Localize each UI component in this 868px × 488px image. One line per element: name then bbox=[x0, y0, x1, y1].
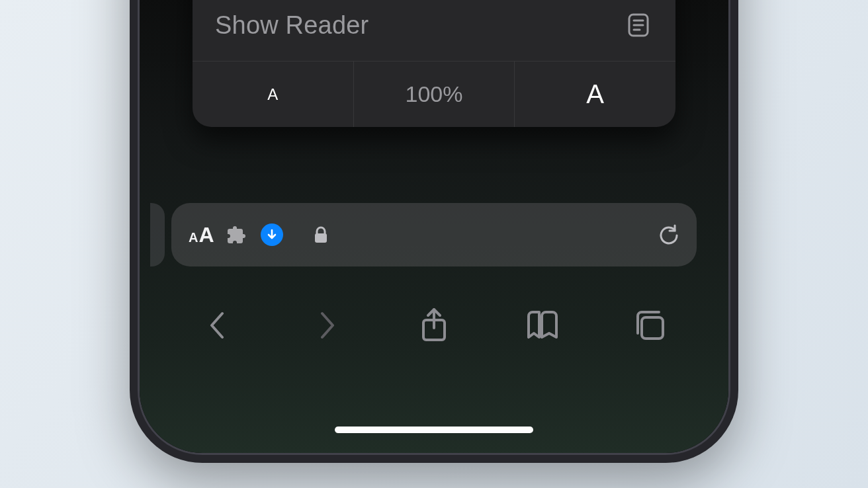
svg-rect-10 bbox=[642, 317, 663, 339]
text-zoom-level[interactable]: 100% bbox=[353, 61, 515, 127]
home-indicator[interactable] bbox=[335, 427, 533, 433]
aa-small-glyph: A bbox=[189, 230, 198, 245]
svg-rect-7 bbox=[315, 233, 327, 243]
text-smaller-button[interactable]: A bbox=[193, 61, 353, 127]
show-reader-label: Show Reader bbox=[215, 11, 369, 40]
reload-icon[interactable] bbox=[657, 224, 679, 246]
text-zoom-value: 100% bbox=[406, 81, 463, 107]
download-indicator-icon[interactable] bbox=[261, 224, 283, 246]
browser-toolbar bbox=[140, 289, 728, 362]
show-reader-row[interactable]: Show Reader bbox=[193, 0, 675, 61]
extension-puzzle-icon[interactable] bbox=[226, 224, 249, 246]
page-format-button[interactable]: A A bbox=[189, 223, 214, 247]
bookmarks-button[interactable] bbox=[522, 305, 562, 345]
tabs-button[interactable] bbox=[630, 305, 670, 345]
page-settings-menu: Downloads Show Reader bbox=[193, 0, 675, 127]
text-larger-button[interactable]: A bbox=[514, 61, 675, 127]
share-button[interactable] bbox=[414, 305, 454, 345]
reader-icon bbox=[624, 11, 653, 40]
aa-big-glyph: A bbox=[198, 223, 214, 247]
forward-button[interactable] bbox=[306, 305, 346, 345]
text-smaller-glyph: A bbox=[267, 85, 278, 104]
text-size-row: A 100% A bbox=[193, 61, 675, 127]
back-button[interactable] bbox=[198, 305, 238, 345]
prev-tab-sliver[interactable] bbox=[150, 203, 165, 266]
phone-frame: Downloads Show Reader bbox=[130, 0, 738, 463]
text-larger-glyph: A bbox=[586, 79, 604, 109]
lock-icon bbox=[310, 224, 332, 246]
address-bar[interactable]: A A bbox=[171, 203, 697, 266]
phone-screen: Downloads Show Reader bbox=[138, 0, 730, 455]
